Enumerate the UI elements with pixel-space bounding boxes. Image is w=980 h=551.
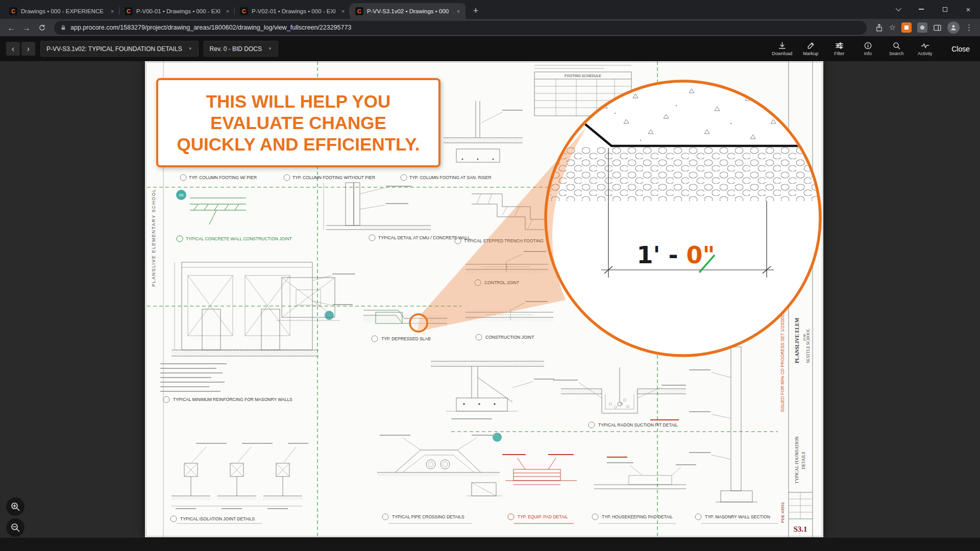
search-button[interactable]: Search [883,41,910,56]
callout-line: QUICKLY AND EFFICIENTLY. [158,134,438,155]
drawing-nav: ‹ › [6,42,35,56]
lock-icon [60,24,66,31]
detail-label: TYP. COLUMN FOOTING WITHOUT PIER [292,175,375,180]
toolbar-right-icons: ☆ ⋮ [872,21,976,34]
detail-sketch-isolation-joints [172,443,308,509]
reload-button[interactable] [35,20,49,35]
detail-sketch-foundation-strut [431,361,554,419]
detail-sketch-wall-elevation [160,262,355,392]
tab-search-icon[interactable] [886,0,910,18]
detail-label-isolation-joints: TYPICAL ISOLATION JOINT DETAILS [170,516,262,523]
svg-text:TYPICAL STEPPED TRENCH FOOTING: TYPICAL STEPPED TRENCH FOOTING [464,238,544,243]
viewer-actions: Download Markup Filter Info Search Activ… [769,41,938,56]
revision-dropdown[interactable]: Rev. 0 - BID DOCS ▼ [204,41,278,57]
chevron-down-icon: ▼ [268,46,272,51]
tab-pv00-01[interactable]: C P-V00-01 • Drawings • 000 - EXP × [119,3,235,19]
tab-drawings-experience[interactable]: C Drawings • 000 - EXPERIENCE - F × [4,3,119,19]
tab-pvv-s31v02-active[interactable]: C P-VV-S3.1v02 • Drawings • 000 × [350,3,465,19]
detail-sketch-san-riser [438,101,523,162]
detail-label: TYP. COLUMN FOOTING AT SAN. RISER [409,175,492,180]
detail-sketch-plan [277,278,340,320]
address-bar[interactable]: app.procore.com/1583279/project/drawing_… [54,21,867,35]
procore-favicon: C [355,7,363,15]
detail-sketch-control-joint [465,251,548,273]
tab-close-icon[interactable]: × [224,7,232,15]
svg-text:TYPICAL ISOLATION JOINT DETAIL: TYPICAL ISOLATION JOINT DETAILS [180,516,255,521]
tab-title: P-V00-01 • Drawings • 000 - EXP [136,8,220,14]
tab-close-icon[interactable]: × [454,7,462,15]
detail-sketch-construction-joint [465,301,553,321]
extension-badge-icon[interactable] [901,22,912,33]
markup-button[interactable]: Markup [797,41,824,56]
chevron-down-icon: ▼ [188,46,192,51]
info-button[interactable]: Info [854,41,881,56]
detail-label-masonry-reinforcing: TYPICAL MINIMUM REINFORCING FOR MASONRY … [163,396,292,403]
footing-schedule-table: FOOTING SCHEDULE [534,65,631,116]
activity-button[interactable]: Activity [912,41,938,56]
svg-text:TYPICAL MINIMUM REINFORCING FO: TYPICAL MINIMUM REINFORCING FOR MASONRY … [173,397,292,402]
title-block-sheet-title-2: DETAILS [801,452,806,469]
profile-avatar[interactable] [947,21,960,34]
detail-sketch-depressed-slab [363,310,447,323]
new-tab-button[interactable]: + [469,4,483,18]
forward-button[interactable]: → [19,20,34,35]
extension-icon[interactable] [917,22,927,33]
svg-text:CONSTRUCTION JOINT: CONSTRUCTION JOINT [485,335,534,340]
detail-label: TYP. COLUMN FOOTING W/ PIER [189,175,257,180]
detail-sketch-housekeeping-pad [594,457,696,489]
sheet-number: S3.1 [793,525,807,533]
window-close-button[interactable]: × [957,0,980,18]
tab-pv02-01[interactable]: C P-V02-01 • Drawings • 000 - EXP × [235,3,350,19]
drawing-title-dropdown[interactable]: P-VV-S3.1v02: TYPICAL FOUNDATION DETAILS… [40,41,199,57]
filter-button[interactable]: Filter [826,41,852,56]
browser-menu-icon[interactable]: ⋮ [965,23,973,32]
zoom-in-button[interactable] [6,497,24,516]
next-drawing-button[interactable]: › [21,42,35,56]
title-block-client: SEATTLE SCHOOL [806,329,811,363]
tip-callout: THIS WILL HELP YOU EVALUATE CHANGE QUICK… [156,78,440,167]
detail-sketch-radon-pit [553,367,686,420]
procore-favicon: C [9,7,17,15]
detail-label-pipe-crossing: TYPICAL PIPE CROSSING DETAILS [382,514,472,523]
download-button[interactable]: Download [769,41,795,56]
detail-sketch-masonry-wall-section [689,347,757,502]
detail-label-construction-joint: CONSTRUCTION JOINT [476,334,534,340]
browser-toolbar: ← → app.procore.com/1583279/project/draw… [0,19,980,36]
detail-label-masonry-wall-section: TYP. MASONRY WALL SECTION [695,514,778,523]
window-maximize-button[interactable] [933,0,957,18]
activity-pulse-icon [921,41,929,50]
download-icon [778,41,787,50]
svg-text:TYP. DEPRESSED SLAB: TYP. DEPRESSED SLAB [381,336,431,341]
svg-text:TYP. EQUIP. PAD DETAIL: TYP. EQUIP. PAD DETAIL [518,514,568,519]
drawing-title: P-VV-S3.1v02: TYPICAL FOUNDATION DETAILS [46,45,182,53]
window-minimize-button[interactable] [910,0,933,18]
svg-text:TYP. HOUSEKEEPING PAD DETAIL: TYP. HOUSEKEEPING PAD DETAIL [602,514,673,519]
svg-text:TYPICAL DETAIL AT CMU / CONCRE: TYPICAL DETAIL AT CMU / CONCRETE WALL [378,235,470,240]
title-block-pde: PDE #3551 [780,502,785,523]
side-panel-icon[interactable] [933,23,942,32]
close-button[interactable]: Close [951,45,970,53]
back-button[interactable]: ← [4,20,18,35]
zoom-out-button[interactable] [6,518,24,537]
markup-pen-icon [806,41,815,50]
zoom-out-icon [10,522,20,533]
bookmark-star-icon[interactable]: ☆ [889,23,896,32]
drawing-viewer[interactable]: FOOTING SCHEDULE TYP. COLUMN FOOTING W/ … [0,61,980,551]
tab-close-icon[interactable]: × [339,7,347,15]
detail-label-depressed-slab: TYP. DEPRESSED SLAB [372,336,431,342]
detail-label-housekeeping-pad: TYP. HOUSEKEEPING PAD DETAIL [592,514,676,523]
tab-close-icon[interactable]: × [108,7,116,15]
detail-label-control-joint: CONTROL JOINT [475,280,519,286]
svg-text:CONTROL JOINT: CONTROL JOINT [484,280,519,285]
share-icon[interactable] [875,23,884,32]
svg-text:TYPICAL PIPE CROSSING DETAILS: TYPICAL PIPE CROSSING DETAILS [392,514,464,519]
revision-label: Rev. 0 - BID DOCS [210,45,262,53]
detail-label-radon-pit: TYPICAL RADON SUCTION PIT DETAIL [589,422,678,428]
info-icon [864,41,872,50]
detail-label-green: TYPICAL CONCRETE WALL CONSTRUCTION JOINT [177,236,292,242]
green-markup-sketch [190,198,246,224]
markup-badges[interactable]: 05 [176,190,502,442]
procore-viewer-bar: ‹ › P-VV-S3.1v02: TYPICAL FOUNDATION DET… [0,36,980,61]
tab-title: Drawings • 000 - EXPERIENCE - F [21,8,105,14]
previous-drawing-button[interactable]: ‹ [6,42,20,56]
